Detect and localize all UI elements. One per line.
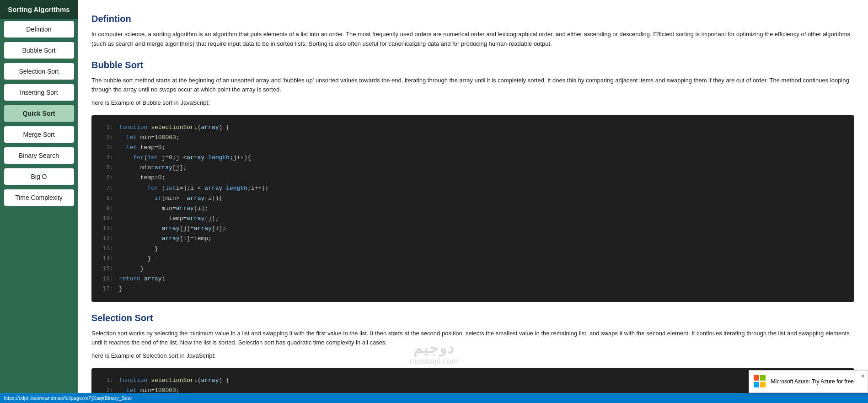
sidebar-item-inserting-sort[interactable]: Inserting Sort [4,84,74,101]
sidebar-item-time-complexity[interactable]: Time Complexity [4,189,74,206]
azure-close-button[interactable]: × [861,372,865,380]
code-line-17: 17: } [101,284,845,294]
selection-sort-heading: Selection Sort [91,313,854,323]
azure-logo-yellow [760,382,766,387]
selection-sort-text: Selection sort works by selecting the mi… [91,329,854,348]
code-line-2: 2: let min=100000; [101,133,845,143]
sidebar-item-binary-search[interactable]: Binary Search [4,147,74,164]
code-line-9: 9: min=array[i]; [101,204,845,214]
sidebar-item-bubble-sort[interactable]: Bubble Sort [4,42,74,59]
code-block-bubble-sort: 1: function selectionSort(array) { 2: le… [91,115,854,302]
code-line-5: 5: min=array[j]; [101,163,845,173]
code-line-11: 11: array[j]=array[i]; [101,224,845,234]
section-defintion: Defintion In computer science, a sorting… [91,14,854,49]
azure-logo-blue [754,382,759,387]
bubble-sort-example-label: here is Example of Bubble sort in JavaSc… [91,98,854,108]
defintion-heading: Defintion [91,14,854,24]
code-line-s1: 1: function selectionSort(array) { [101,376,845,386]
sidebar-title: Sorting Algorithms [0,0,78,19]
sidebar-item-defintion[interactable]: Defintion [4,21,74,38]
sidebar: Sorting Algorithms Defintion Bubble Sort… [0,0,78,403]
code-line-6: 6: temp=0; [101,173,845,183]
code-line-15: 15: } [101,264,845,274]
code-line-13: 13: } [101,244,845,254]
sidebar-item-quick-sort[interactable]: Quick Sort [4,105,74,122]
sidebar-item-merge-sort[interactable]: Merge Sort [4,126,74,143]
azure-text: Microsoft Azure: Try Azure for free [771,378,854,385]
code-line-3: 3: let temp=0; [101,143,845,153]
bubble-sort-heading: Bubble Sort [91,60,854,70]
sidebar-item-big-o[interactable]: Big O [4,168,74,185]
azure-logo-green [760,375,766,381]
code-line-8: 8: if(min> array[i]){ [101,193,845,204]
sidebar-item-selection-sort[interactable]: Selection Sort [4,63,74,80]
azure-logo-red [754,375,759,381]
azure-notification: Microsoft Azure: Try Azure for free × [749,370,868,393]
azure-logo [754,375,766,388]
code-line-16: 16: return array; [101,274,845,284]
section-selection-sort: Selection Sort Selection sort works by s… [91,313,854,403]
section-bubble-sort: Bubble Sort The bubble sort method start… [91,60,854,302]
status-url: https://cdpn.io/omrandmax/fullpage/xxPjX… [4,395,132,401]
code-line-10: 10: temp=array[j]; [101,214,845,224]
bubble-sort-text: The bubble sort method starts at the beg… [91,76,854,95]
code-line-12: 12: array[i]=temp; [101,234,845,244]
status-bar: https://cdpn.io/omrandmax/fullpage/xxPjX… [0,393,868,403]
code-line-1: 1: function selectionSort(array) { [101,123,845,133]
defintion-text: In computer science, a sorting algorithm… [91,30,854,49]
main-content: Defintion In computer science, a sorting… [78,0,868,403]
code-line-4: 4: for(let j=0;j <array length;j++){ [101,153,845,163]
code-line-7: 7: for (leti=j;i < array length;i++){ [101,183,845,193]
selection-sort-example-label: here is Example of Selection sort in Jav… [91,351,854,361]
code-line-14: 14: } [101,254,845,264]
